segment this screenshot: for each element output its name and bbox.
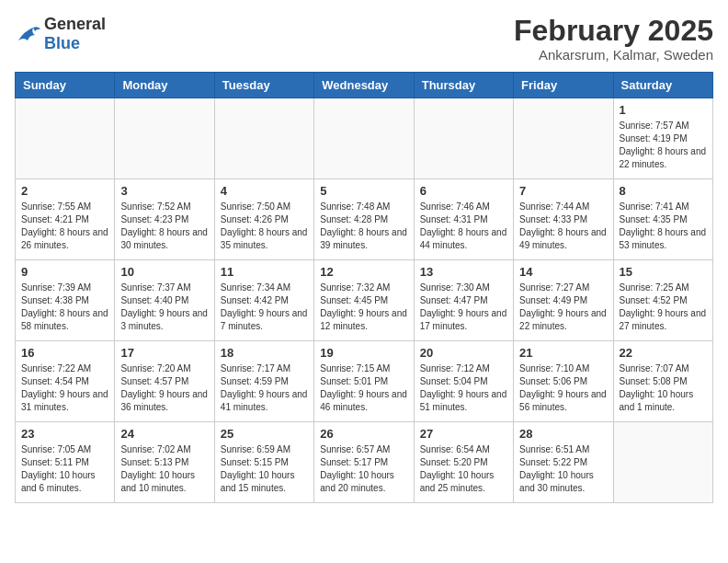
day-number: 6 [420, 184, 507, 198]
day-detail: Sunrise: 6:57 AMSunset: 5:17 PMDaylight:… [320, 443, 407, 495]
calendar-day-cell: 12Sunrise: 7:32 AMSunset: 4:45 PMDayligh… [314, 260, 414, 341]
day-of-week-header: Wednesday [314, 73, 414, 98]
day-detail: Sunrise: 7:10 AMSunset: 5:06 PMDaylight:… [519, 362, 607, 414]
day-number: 1 [620, 103, 707, 117]
calendar-day-cell: 22Sunrise: 7:07 AMSunset: 5:08 PMDayligh… [613, 341, 712, 422]
day-detail: Sunrise: 7:34 AMSunset: 4:42 PMDaylight:… [221, 282, 308, 333]
calendar-day-cell: 17Sunrise: 7:20 AMSunset: 4:57 PMDayligh… [115, 341, 214, 422]
day-detail: Sunrise: 7:50 AMSunset: 4:26 PMDaylight:… [221, 201, 308, 252]
calendar-week-row: 9Sunrise: 7:39 AMSunset: 4:38 PMDaylight… [16, 260, 713, 341]
day-number: 26 [320, 427, 407, 441]
day-of-week-header: Sunday [16, 73, 115, 98]
calendar-week-row: 23Sunrise: 7:05 AMSunset: 5:11 PMDayligh… [16, 422, 713, 503]
day-detail: Sunrise: 6:59 AMSunset: 5:15 PMDaylight:… [221, 443, 308, 495]
day-detail: Sunrise: 7:48 AMSunset: 4:28 PMDaylight:… [320, 201, 407, 252]
calendar-table: SundayMondayTuesdayWednesdayThursdayFrid… [15, 72, 713, 503]
day-detail: Sunrise: 7:05 AMSunset: 5:11 PMDaylight:… [21, 443, 108, 495]
calendar-day-cell [414, 98, 513, 179]
day-of-week-header: Tuesday [214, 73, 313, 98]
day-detail: Sunrise: 7:22 AMSunset: 4:54 PMDaylight:… [21, 362, 108, 414]
day-detail: Sunrise: 6:54 AMSunset: 5:20 PMDaylight:… [420, 443, 507, 495]
day-detail: Sunrise: 7:52 AMSunset: 4:23 PMDaylight:… [120, 201, 208, 252]
calendar-day-cell: 24Sunrise: 7:02 AMSunset: 5:13 PMDayligh… [115, 422, 214, 503]
day-detail: Sunrise: 7:46 AMSunset: 4:31 PMDaylight:… [420, 201, 507, 252]
calendar-body: 1Sunrise: 7:57 AMSunset: 4:19 PMDaylight… [16, 98, 713, 503]
day-number: 3 [120, 184, 208, 198]
day-detail: Sunrise: 7:02 AMSunset: 5:13 PMDaylight:… [120, 443, 208, 495]
calendar-day-cell [514, 98, 613, 179]
day-number: 22 [620, 346, 707, 360]
day-of-week-header: Saturday [613, 73, 712, 98]
logo-blue: Blue [44, 34, 80, 52]
calendar-day-cell: 10Sunrise: 7:37 AMSunset: 4:40 PMDayligh… [115, 260, 214, 341]
calendar-day-cell: 9Sunrise: 7:39 AMSunset: 4:38 PMDaylight… [16, 260, 115, 341]
day-detail: Sunrise: 7:39 AMSunset: 4:38 PMDaylight:… [21, 282, 108, 333]
day-number: 21 [519, 346, 607, 360]
day-number: 10 [120, 265, 208, 279]
day-number: 28 [519, 427, 607, 441]
day-number: 13 [420, 265, 507, 279]
calendar-day-cell: 1Sunrise: 7:57 AMSunset: 4:19 PMDaylight… [613, 98, 712, 179]
day-number: 7 [519, 184, 607, 198]
calendar-day-cell: 25Sunrise: 6:59 AMSunset: 5:15 PMDayligh… [214, 422, 313, 503]
day-number: 9 [21, 265, 108, 279]
calendar-day-cell: 27Sunrise: 6:54 AMSunset: 5:20 PMDayligh… [414, 422, 513, 503]
calendar-day-cell [16, 98, 115, 179]
calendar-day-cell: 15Sunrise: 7:25 AMSunset: 4:52 PMDayligh… [613, 260, 712, 341]
day-number: 14 [519, 265, 607, 279]
day-detail: Sunrise: 7:20 AMSunset: 4:57 PMDaylight:… [120, 362, 208, 414]
calendar-week-row: 16Sunrise: 7:22 AMSunset: 4:54 PMDayligh… [16, 341, 713, 422]
day-of-week-header: Friday [514, 73, 613, 98]
day-detail: Sunrise: 7:25 AMSunset: 4:52 PMDaylight:… [620, 282, 707, 333]
calendar-day-cell: 23Sunrise: 7:05 AMSunset: 5:11 PMDayligh… [16, 422, 115, 503]
day-number: 16 [21, 346, 108, 360]
calendar-day-cell: 16Sunrise: 7:22 AMSunset: 4:54 PMDayligh… [16, 341, 115, 422]
day-number: 12 [320, 265, 407, 279]
day-detail: Sunrise: 7:41 AMSunset: 4:35 PMDaylight:… [620, 201, 707, 252]
day-number: 23 [21, 427, 108, 441]
day-number: 25 [221, 427, 308, 441]
calendar-header: SundayMondayTuesdayWednesdayThursdayFrid… [16, 73, 713, 98]
calendar-day-cell: 20Sunrise: 7:12 AMSunset: 5:04 PMDayligh… [414, 341, 513, 422]
title-block: February 2025 Ankarsrum, Kalmar, Sweden [514, 15, 713, 63]
day-detail: Sunrise: 7:27 AMSunset: 4:49 PMDaylight:… [519, 282, 607, 333]
day-number: 5 [320, 184, 407, 198]
day-number: 19 [320, 346, 407, 360]
day-detail: Sunrise: 7:15 AMSunset: 5:01 PMDaylight:… [320, 362, 407, 414]
day-detail: Sunrise: 7:30 AMSunset: 4:47 PMDaylight:… [420, 282, 507, 333]
days-of-week-row: SundayMondayTuesdayWednesdayThursdayFrid… [16, 73, 713, 98]
day-detail: Sunrise: 6:51 AMSunset: 5:22 PMDaylight:… [519, 443, 607, 495]
page-subtitle: Ankarsrum, Kalmar, Sweden [514, 47, 713, 63]
day-number: 2 [21, 184, 108, 198]
day-of-week-header: Monday [115, 73, 214, 98]
calendar-day-cell: 4Sunrise: 7:50 AMSunset: 4:26 PMDaylight… [214, 179, 313, 260]
calendar-day-cell: 2Sunrise: 7:55 AMSunset: 4:21 PMDaylight… [16, 179, 115, 260]
day-number: 17 [120, 346, 208, 360]
calendar-day-cell: 13Sunrise: 7:30 AMSunset: 4:47 PMDayligh… [414, 260, 513, 341]
day-number: 11 [221, 265, 308, 279]
logo-icon [15, 24, 40, 44]
calendar-day-cell: 11Sunrise: 7:34 AMSunset: 4:42 PMDayligh… [214, 260, 313, 341]
calendar-day-cell: 3Sunrise: 7:52 AMSunset: 4:23 PMDaylight… [115, 179, 214, 260]
day-detail: Sunrise: 7:55 AMSunset: 4:21 PMDaylight:… [21, 201, 108, 252]
day-number: 18 [221, 346, 308, 360]
day-detail: Sunrise: 7:07 AMSunset: 5:08 PMDaylight:… [620, 362, 707, 414]
day-detail: Sunrise: 7:57 AMSunset: 4:19 PMDaylight:… [620, 120, 707, 171]
calendar-day-cell: 21Sunrise: 7:10 AMSunset: 5:06 PMDayligh… [514, 341, 613, 422]
calendar-week-row: 2Sunrise: 7:55 AMSunset: 4:21 PMDaylight… [16, 179, 713, 260]
day-number: 20 [420, 346, 507, 360]
page-title: February 2025 [514, 15, 713, 47]
calendar-day-cell: 14Sunrise: 7:27 AMSunset: 4:49 PMDayligh… [514, 260, 613, 341]
day-detail: Sunrise: 7:37 AMSunset: 4:40 PMDaylight:… [120, 282, 208, 333]
calendar-week-row: 1Sunrise: 7:57 AMSunset: 4:19 PMDaylight… [16, 98, 713, 179]
day-detail: Sunrise: 7:44 AMSunset: 4:33 PMDaylight:… [519, 201, 607, 252]
day-number: 4 [221, 184, 308, 198]
calendar-day-cell [115, 98, 214, 179]
day-number: 24 [120, 427, 208, 441]
day-detail: Sunrise: 7:17 AMSunset: 4:59 PMDaylight:… [221, 362, 308, 414]
page-header: General Blue February 2025 Ankarsrum, Ka… [15, 15, 713, 63]
logo-general: General [44, 15, 106, 33]
calendar-day-cell: 8Sunrise: 7:41 AMSunset: 4:35 PMDaylight… [613, 179, 712, 260]
calendar-day-cell [613, 422, 712, 503]
day-detail: Sunrise: 7:32 AMSunset: 4:45 PMDaylight:… [320, 282, 407, 333]
